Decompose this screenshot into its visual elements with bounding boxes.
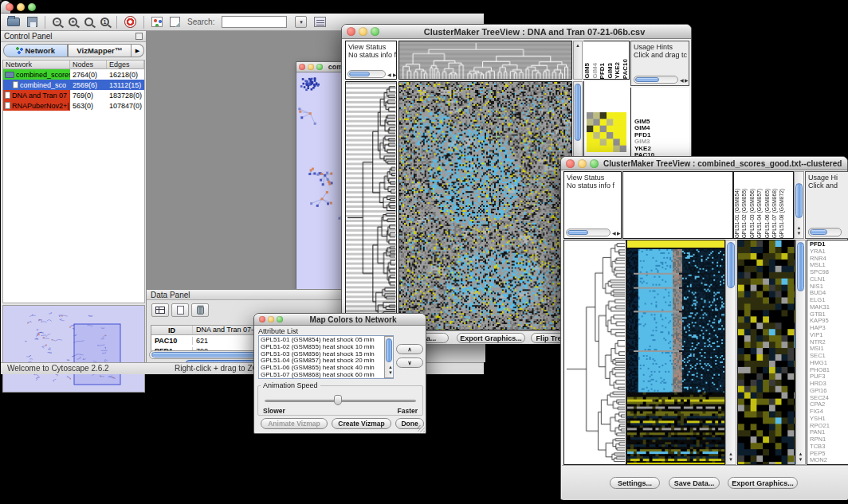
network-overview-canvas[interactable] bbox=[4, 307, 143, 391]
attribute-list[interactable]: ▲ ▼ GPL51-01 (GSM854) heat shock 05 minG… bbox=[258, 335, 394, 379]
scroll-right-icon[interactable]: ▶ bbox=[685, 76, 689, 84]
close-icon[interactable] bbox=[566, 159, 575, 168]
scroll-up-icon[interactable]: ▲ bbox=[387, 365, 394, 370]
scroll-right-icon[interactable]: ▶ bbox=[617, 229, 621, 237]
usage-hints-hscrollbar[interactable] bbox=[634, 76, 678, 84]
column-label: GIM5 bbox=[583, 63, 591, 79]
close-icon[interactable] bbox=[347, 27, 355, 36]
zoom-window-icon[interactable] bbox=[277, 316, 283, 322]
table-row[interactable]: DNA and Tran 07 769(0) 183728(0) bbox=[3, 90, 144, 100]
dialog-titlebar[interactable]: Map Colors to Network bbox=[254, 314, 426, 326]
scroll-left-icon[interactable]: ◀ bbox=[680, 76, 684, 84]
tab-vizmapper[interactable]: VizMapper™ bbox=[68, 44, 132, 57]
move-down-button[interactable]: ∨ bbox=[396, 357, 423, 368]
scroll-left-icon[interactable]: ◀ bbox=[387, 71, 391, 79]
attribute-list-vscrollbar[interactable]: ▲ ▼ bbox=[384, 336, 394, 378]
view-status-hscrollbar[interactable] bbox=[347, 70, 386, 78]
open-file-icon[interactable] bbox=[7, 18, 20, 26]
scroll-left-icon[interactable]: ◀ bbox=[612, 229, 616, 237]
scroll-down-icon[interactable]: ▼ bbox=[796, 457, 805, 463]
scrollbar-thumb[interactable] bbox=[795, 183, 803, 218]
heatmap-canvas[interactable] bbox=[398, 81, 572, 330]
scroll-down-icon[interactable]: ▼ bbox=[726, 457, 736, 463]
cytoscape-main-window: Cytoscape Desktop (Session Name: collins… bbox=[0, 0, 2, 2]
heatmap-vscrollbar[interactable]: ▲ ▼ bbox=[725, 240, 736, 465]
network-overview-panel[interactable] bbox=[2, 305, 145, 393]
column-dendrogram-panel[interactable] bbox=[622, 171, 733, 239]
save-data-button[interactable]: Save Data... bbox=[669, 477, 720, 489]
minimize-icon[interactable] bbox=[359, 27, 367, 36]
vizmapper-icon[interactable] bbox=[151, 17, 163, 27]
gene-list-vscrollbar[interactable]: ▲ ▼ bbox=[795, 240, 806, 465]
close-icon[interactable] bbox=[299, 64, 305, 70]
table-row-selected[interactable]: combined_sco 2569(6) 13112(15) bbox=[3, 80, 144, 90]
zoom-out-icon[interactable]: − bbox=[53, 18, 61, 26]
zoom-selected-icon[interactable] bbox=[84, 18, 93, 26]
resize-grip[interactable] bbox=[418, 425, 425, 432]
scroll-down-icon[interactable]: ▼ bbox=[387, 370, 394, 376]
scroll-up-icon[interactable]: ▲ bbox=[795, 225, 803, 231]
scrollbar-thumb[interactable] bbox=[386, 338, 392, 362]
zoom-heatmap-canvas[interactable] bbox=[737, 240, 795, 465]
scroll-down-icon[interactable]: ▼ bbox=[795, 231, 803, 236]
minimize-icon[interactable] bbox=[268, 316, 274, 322]
zoom-in-icon[interactable]: + bbox=[69, 18, 77, 26]
export-graphics-button[interactable]: Export Graphics... bbox=[728, 477, 798, 489]
search-input[interactable] bbox=[222, 16, 287, 28]
close-icon[interactable] bbox=[259, 316, 265, 322]
minimize-icon[interactable] bbox=[578, 159, 587, 168]
scrollbar-thumb[interactable] bbox=[727, 242, 735, 288]
delete-attribute-button[interactable] bbox=[191, 303, 209, 317]
tab-network[interactable]: Network bbox=[3, 44, 68, 57]
column-dendrogram-canvas[interactable] bbox=[398, 41, 572, 80]
minimize-icon[interactable] bbox=[308, 64, 314, 70]
move-up-button[interactable]: ∧ bbox=[396, 344, 423, 354]
zoom-window-icon[interactable] bbox=[316, 64, 323, 70]
zoom-window-icon[interactable] bbox=[590, 159, 599, 168]
treeview2-titlebar[interactable]: ClusterMaker TreeView : combined_scores_… bbox=[561, 157, 847, 170]
main-titlebar[interactable]: Cytoscape Desktop (Session Name: collins… bbox=[1, 1, 10, 14]
scroll-up-icon[interactable]: ▲ bbox=[796, 451, 805, 457]
attribute-browser-icon[interactable] bbox=[314, 17, 326, 27]
column-scroll-strip[interactable]: ▲ bbox=[573, 41, 583, 80]
row-dendrogram-canvas[interactable] bbox=[345, 81, 397, 330]
speed-slider-thumb[interactable] bbox=[334, 395, 342, 405]
float-panel-icon[interactable] bbox=[135, 33, 143, 40]
scrollbar-thumb[interactable] bbox=[635, 77, 659, 82]
table-row[interactable]: combined_scores_ 2764(0) 16218(0) bbox=[3, 69, 144, 80]
zoom-fit-icon[interactable]: 1 bbox=[100, 18, 109, 26]
attribute-list-label: Attribute List bbox=[258, 327, 298, 335]
heatmap-canvas[interactable] bbox=[626, 240, 725, 465]
usage-hints-hscrollbar[interactable] bbox=[808, 228, 842, 236]
annotation-icon[interactable] bbox=[170, 17, 180, 27]
scrollbar-thumb[interactable] bbox=[349, 72, 370, 76]
view-status-hscrollbar[interactable] bbox=[566, 229, 610, 236]
search-dropdown-icon[interactable]: ▼ bbox=[295, 16, 307, 28]
animate-vizmap-button[interactable]: Animate Vizmap bbox=[261, 418, 328, 429]
help-icon[interactable] bbox=[124, 16, 136, 28]
row-dendrogram-canvas[interactable] bbox=[563, 240, 626, 465]
close-icon[interactable] bbox=[6, 3, 14, 11]
scroll-up-icon[interactable]: ▲ bbox=[574, 43, 582, 49]
scrollbar-thumb[interactable] bbox=[575, 84, 581, 141]
column-labels-vscrollbar[interactable]: ▲ ▼ bbox=[794, 171, 804, 239]
scroll-right-icon[interactable]: ▶ bbox=[393, 71, 397, 79]
create-vizmap-button[interactable]: Create Vizmap bbox=[332, 418, 391, 429]
attribute-item[interactable]: GPL51-07 (GSM868) heat shock 60 min bbox=[259, 372, 393, 379]
table-row[interactable]: RNAPuberNov2+| 563(0) 107847(0) bbox=[3, 100, 144, 111]
scrollbar-thumb[interactable] bbox=[567, 230, 588, 235]
more-tabs-icon[interactable]: ▶ bbox=[132, 44, 144, 57]
minimize-icon[interactable] bbox=[17, 3, 25, 11]
settings-button[interactable]: Settings... bbox=[610, 477, 660, 489]
new-attribute-button[interactable] bbox=[171, 303, 189, 317]
scrollbar-thumb[interactable] bbox=[797, 242, 804, 291]
similarity-matrix-canvas[interactable] bbox=[587, 112, 626, 152]
zoom-window-icon[interactable] bbox=[371, 27, 379, 36]
save-icon[interactable] bbox=[27, 17, 37, 27]
scroll-up-icon[interactable]: ▲ bbox=[726, 451, 736, 457]
zoom-window-icon[interactable] bbox=[28, 3, 36, 11]
scrollbar-thumb[interactable] bbox=[810, 229, 827, 235]
treeview1-titlebar[interactable]: ClusterMaker TreeView : DNA and Tran 07-… bbox=[342, 25, 691, 39]
attribute-select-button[interactable] bbox=[151, 303, 169, 317]
export-graphics-button[interactable]: Export Graphics... bbox=[457, 333, 525, 343]
